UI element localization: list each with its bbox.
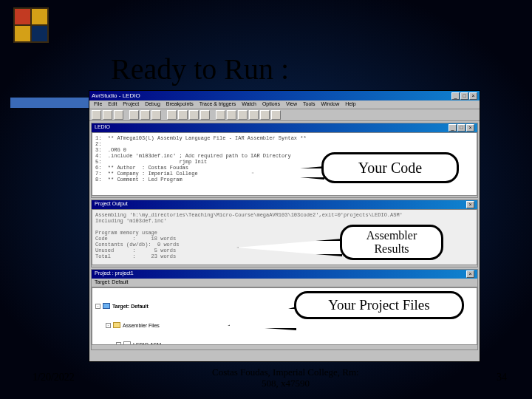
slide-title: Ready to Run : xyxy=(111,52,289,86)
toolbar-button[interactable] xyxy=(227,110,236,120)
folder-icon xyxy=(113,322,120,328)
pane-close-icon[interactable]: × xyxy=(466,124,474,132)
target-icon xyxy=(103,303,110,309)
menu-help[interactable]: Help xyxy=(345,101,355,108)
toolbar-button[interactable] xyxy=(249,110,259,120)
toolbar-button[interactable] xyxy=(92,110,101,120)
footer-author: Costas Foudas, Imperial College, Rm:508,… xyxy=(212,366,359,389)
output-pane-title: Project Output xyxy=(95,201,128,208)
tree-file[interactable]: -LEDIO.ASM xyxy=(95,341,474,345)
slide-footer: 1/20/2022 Costas Foudas, Imperial Colleg… xyxy=(0,366,532,389)
callout-assembler-results: AssemblerResults xyxy=(340,225,443,260)
footer-date: 1/20/2022 xyxy=(33,372,75,383)
file-icon xyxy=(123,341,131,345)
menu-bar: File Edit Project Debug Breakpoints Trac… xyxy=(89,100,480,109)
window-title: AvrStudio - LEDIO xyxy=(92,92,140,99)
toolbar-button[interactable] xyxy=(129,110,139,120)
maximize-button[interactable]: □ xyxy=(460,92,468,100)
menu-edit[interactable]: Edit xyxy=(108,101,117,108)
toolbar-button[interactable] xyxy=(103,110,112,120)
footer-page-number: 34 xyxy=(497,372,507,383)
window-titlebar: AvrStudio - LEDIO _ □ × xyxy=(89,91,480,100)
menu-tools[interactable]: Tools xyxy=(303,101,315,108)
menu-file[interactable]: File xyxy=(94,101,102,108)
toolbar-button[interactable] xyxy=(189,110,199,120)
toolbar-button[interactable] xyxy=(167,110,177,120)
toolbar-button[interactable] xyxy=(178,110,188,120)
toolbar-button[interactable] xyxy=(200,110,210,120)
menu-view[interactable]: View xyxy=(286,101,297,108)
menu-trace[interactable]: Trace & triggers xyxy=(200,101,236,108)
toolbar-button[interactable] xyxy=(114,110,123,120)
menu-breakpoints[interactable]: Breakpoints xyxy=(166,101,194,108)
pane-close-icon[interactable]: × xyxy=(466,201,474,208)
toolbar-button[interactable] xyxy=(260,110,270,120)
toolbar-button[interactable] xyxy=(238,110,248,120)
menu-project[interactable]: Project xyxy=(123,101,139,108)
university-crest xyxy=(13,7,49,43)
code-pane-title: LEDIO xyxy=(95,124,110,132)
callout-project-files: Your Project Files xyxy=(294,291,464,319)
pane-close-icon[interactable]: × xyxy=(466,270,474,278)
toolbar-button[interactable] xyxy=(140,110,150,120)
toolbar-button[interactable] xyxy=(151,110,161,120)
project-pane-title: Project : project1 xyxy=(95,270,134,278)
menu-options[interactable]: Options xyxy=(262,101,280,108)
toolbar-button[interactable] xyxy=(271,110,281,120)
pane-maximize-icon[interactable]: □ xyxy=(457,124,466,132)
toolbar xyxy=(89,109,480,121)
close-button[interactable]: × xyxy=(469,92,477,100)
toolbar-button[interactable] xyxy=(216,110,225,120)
menu-window[interactable]: Window xyxy=(321,101,339,108)
menu-debug[interactable]: Debug xyxy=(145,101,160,108)
menu-watch[interactable]: Watch xyxy=(242,101,256,108)
accent-bar xyxy=(10,98,89,108)
project-toolbar: Target: Default xyxy=(92,279,477,287)
pane-minimize-icon[interactable]: _ xyxy=(449,124,457,132)
minimize-button[interactable]: _ xyxy=(451,92,460,100)
callout-your-code: Your Code xyxy=(321,152,459,183)
